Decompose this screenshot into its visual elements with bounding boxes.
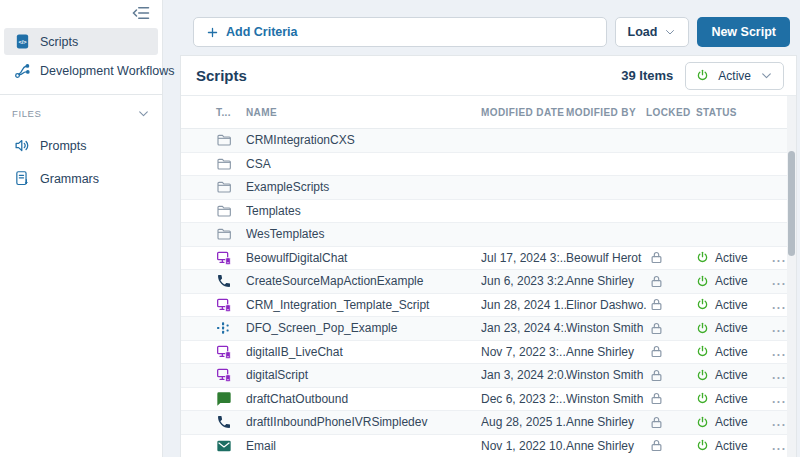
status-filter-value: Active <box>718 69 751 83</box>
column-header-locked[interactable]: LOCKED <box>646 107 696 118</box>
sidebar-item-scripts[interactable]: </> Scripts <box>4 28 158 55</box>
sidebar-nav: </> Scripts Development Workflows <box>0 28 162 84</box>
row-status-cell: Active <box>696 368 766 382</box>
row-type-icon <box>216 391 232 407</box>
sidebar-item-label: Scripts <box>40 35 78 49</box>
sidebar-item-label: Grammars <box>40 172 99 186</box>
table-row[interactable]: CRMIntegrationCXS <box>181 129 796 153</box>
table-row[interactable]: Email Nov 1, 2022 10... Anne Shirley Act… <box>181 435 796 457</box>
row-status-cell: Active <box>696 274 766 288</box>
row-name: Templates <box>246 204 481 218</box>
grammar-doc-icon <box>14 170 31 187</box>
chevron-down-icon[interactable] <box>137 107 150 120</box>
status-power-icon <box>696 369 709 382</box>
status-power-icon <box>696 228 709 241</box>
table-row[interactable]: digitalScript Jan 3, 2024 2:0... Winston… <box>181 364 796 388</box>
row-type-icon <box>216 273 232 289</box>
row-modified-date: Nov 1, 2022 10... <box>481 439 566 453</box>
row-type-icon <box>216 156 232 172</box>
row-modified-date: Jan 3, 2024 2:0... <box>481 368 566 382</box>
status-power-icon <box>696 392 709 405</box>
workflow-icon <box>14 62 31 79</box>
row-status: Active <box>715 368 748 382</box>
row-name: WesTemplates <box>246 227 481 241</box>
column-header-status[interactable]: STATUS <box>696 107 766 118</box>
table-row[interactable]: CSA <box>181 153 796 177</box>
row-modified-by: Anne Shirley <box>566 345 646 359</box>
row-type-icon <box>216 203 232 219</box>
load-label: Load <box>628 25 658 39</box>
row-status-cell <box>696 204 766 217</box>
files-items: Prompts Grammars <box>0 132 162 192</box>
row-modified-by: Anne Shirley <box>566 439 646 453</box>
column-header-type[interactable]: T... <box>216 107 246 118</box>
row-status: Active <box>715 251 748 265</box>
status-power-icon <box>696 157 709 170</box>
sidebar-item-label: Development Workflows <box>40 64 175 78</box>
table-row[interactable]: Templates <box>181 200 796 224</box>
table-row[interactable]: WesTemplates <box>181 223 796 247</box>
table-row[interactable]: CRM_Integration_Template_Script Jun 28, … <box>181 294 796 318</box>
files-section-header[interactable]: FILES <box>0 95 162 126</box>
lock-icon <box>649 415 664 430</box>
lock-icon <box>649 133 664 148</box>
row-modified-by: Winston Smith <box>566 392 646 406</box>
row-modified-by: Winston Smith <box>566 368 646 382</box>
sidebar: </> Scripts Development Workflows FILES … <box>0 0 163 457</box>
row-modified-date: Aug 28, 2025 1... <box>481 415 566 429</box>
row-name: digitalIB_LiveChat <box>246 345 481 359</box>
row-name: BeowulfDigitalChat <box>246 251 481 265</box>
sidebar-item-label: Prompts <box>40 139 87 153</box>
table-row[interactable]: digitalIB_LiveChat Nov 7, 2022 3:... Ann… <box>181 341 796 365</box>
svg-text:</>: </> <box>18 39 27 45</box>
status-power-icon <box>696 439 709 452</box>
add-criteria-button[interactable]: Add Criteria <box>193 17 607 47</box>
row-status-cell: Active <box>696 251 766 265</box>
table-row[interactable]: draftChatOutbound Dec 6, 2023 2:... Wins… <box>181 388 796 412</box>
row-name: CreateSourceMapActionExample <box>246 274 481 288</box>
scrollbar-thumb[interactable] <box>788 151 795 256</box>
power-icon <box>696 69 709 82</box>
status-power-icon <box>696 275 709 288</box>
lock-icon <box>649 180 664 195</box>
row-name: ExampleScripts <box>246 180 481 194</box>
table-row[interactable]: ExampleScripts <box>181 176 796 200</box>
row-type-icon <box>216 367 232 383</box>
column-header-modified-by[interactable]: MODIFIED BY <box>566 107 646 118</box>
load-button[interactable]: Load <box>615 17 690 47</box>
sidebar-item-development-workflows[interactable]: Development Workflows <box>4 57 158 84</box>
row-type-icon <box>216 132 232 148</box>
table-row[interactable]: DFO_Screen_Pop_Example Jan 23, 2024 4:..… <box>181 317 796 341</box>
sidebar-item-prompts[interactable]: Prompts <box>4 132 158 159</box>
vertical-scrollbar[interactable] <box>787 96 796 457</box>
lock-icon <box>649 203 664 218</box>
status-power-icon <box>696 251 709 264</box>
row-type-icon <box>216 226 232 242</box>
row-name: draftChatOutbound <box>246 392 481 406</box>
scripts-panel: Scripts 39 Items Active T... NAME MODIFI… <box>180 55 797 457</box>
collapse-menu-icon[interactable] <box>130 4 152 22</box>
row-modified-date: Dec 6, 2023 2:... <box>481 392 566 406</box>
column-header-modified-date[interactable]: MODIFIED DATE <box>481 107 566 118</box>
table-row[interactable]: BeowulfDigitalChat Jul 17, 2024 3:... Be… <box>181 247 796 271</box>
row-type-icon <box>216 179 232 195</box>
row-status-cell: Active <box>696 439 766 453</box>
chevron-down-icon <box>760 69 773 82</box>
new-script-button[interactable]: New Script <box>697 17 790 47</box>
status-filter-dropdown[interactable]: Active <box>685 62 784 90</box>
table-row[interactable]: CreateSourceMapActionExample Jun 6, 2023… <box>181 270 796 294</box>
status-power-icon <box>696 298 709 311</box>
sidebar-item-grammars[interactable]: Grammars <box>4 165 158 192</box>
lock-icon <box>649 321 664 336</box>
lock-icon <box>649 274 664 289</box>
row-modified-date: Nov 7, 2022 3:... <box>481 345 566 359</box>
row-type-icon <box>216 414 232 430</box>
row-status: Active <box>715 439 748 453</box>
table-row[interactable]: draftIInboundPhoneIVRSimpledev Aug 28, 2… <box>181 411 796 435</box>
row-status-cell <box>696 157 766 170</box>
column-header-name[interactable]: NAME <box>246 107 481 118</box>
row-status: Active <box>715 298 748 312</box>
status-power-icon <box>696 345 709 358</box>
row-name: CRM_Integration_Template_Script <box>246 298 481 312</box>
script-table-body: CRMIntegrationCXS CSA ExampleScripts <box>181 129 796 457</box>
